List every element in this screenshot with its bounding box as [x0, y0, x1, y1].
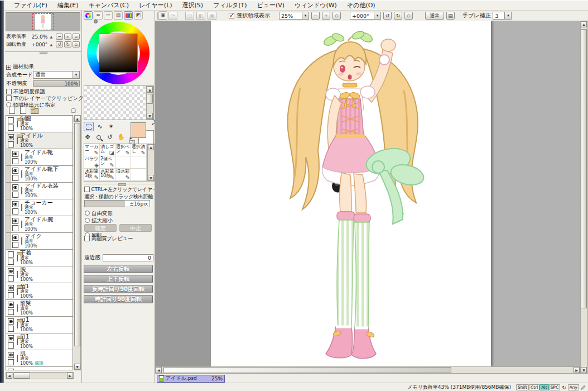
layer-select-box[interactable] [8, 125, 14, 131]
layer-select-box[interactable] [12, 242, 18, 248]
deselect-icon[interactable]: ▢ [185, 12, 194, 20]
brush-tool-選択ペン[interactable]: 選択ペン✎ [115, 144, 131, 156]
brush-tool-バケツ[interactable]: バケツ◈ [84, 156, 100, 169]
brush-tool-2値ペン[interactable]: 2値ペン✎ [100, 156, 115, 169]
saturation-value-square[interactable] [99, 34, 138, 73]
menu-item-ファイル(F)[interactable]: ファイル(F) [9, 0, 52, 11]
layer-row[interactable]: 下着通常100% [6, 250, 73, 266]
zoom-in-button[interactable]: ＋ [322, 12, 330, 20]
panel-menu-icon[interactable]: ▣ [158, 11, 167, 20]
layer-list-hscrollbar[interactable]: ◀ ▶ [6, 372, 74, 379]
layer-row[interactable]: 眉1通常100% [6, 283, 73, 300]
invert-selection-icon[interactable]: ◧ [196, 12, 205, 20]
tool-grid-vscrollbar[interactable]: ▲ ▼ [147, 144, 155, 182]
brush-tool-empty[interactable] [115, 156, 131, 169]
canvas-viewport[interactable] [155, 21, 580, 366]
nav-zoom-in-button[interactable]: ＋ [64, 34, 71, 40]
selection-display-checkbox[interactable] [229, 13, 234, 18]
layer-select-box[interactable] [8, 359, 14, 365]
menu-item-ウィンドウ(W)[interactable]: ウィンドウ(W) [290, 0, 341, 11]
canvas-document[interactable] [211, 21, 491, 366]
layer-select-box[interactable] [12, 208, 18, 214]
flip-vertical-button[interactable]: 上下反転 [84, 275, 153, 283]
zoom-reset-button[interactable]: ▫ [332, 12, 341, 20]
expand-icon[interactable]: + [6, 65, 11, 70]
rgb-slider-tab-icon[interactable]: ≡ [94, 11, 103, 20]
rotation-slider-marker[interactable]: ▲ [50, 42, 52, 46]
foreground-color-swatch[interactable] [131, 122, 146, 138]
rotate-cw-button[interactable]: ↻ [394, 12, 402, 20]
layer-visibility-toggle[interactable] [12, 184, 18, 190]
layer-row[interactable] [6, 367, 73, 370]
perspective-input[interactable]: 0 [103, 254, 154, 261]
layer-list-vscrollbar[interactable]: ▲ ▼ [74, 115, 81, 370]
nav-rotate-ccw-button[interactable]: ↺ [56, 41, 63, 47]
swatches-tab-icon[interactable] [124, 11, 133, 20]
menu-item-キャンバス(C)[interactable]: キャンバス(C) [84, 0, 134, 11]
brush-tool-消しゴム[interactable]: 消しゴム◪ [100, 144, 115, 156]
layer-row[interactable]: 制服通常100% [6, 116, 73, 132]
rotate-90-cw-button[interactable]: 時計回り90度回転 [84, 295, 153, 303]
brush-tool-旧水彩[interactable]: 旧水彩✎ [115, 169, 131, 181]
expand-selection-icon[interactable]: ▣ [208, 12, 216, 20]
color-mixer-tab-icon[interactable]: ▤ [114, 11, 123, 20]
layer-visibility-toggle[interactable] [8, 251, 14, 258]
zoom-slider-marker[interactable]: ▲ [50, 35, 52, 39]
zoom-out-button[interactable]: − [311, 12, 320, 20]
panel-divider[interactable] [84, 184, 160, 184]
magic-wand-tool[interactable]: ✶ [106, 122, 116, 131]
nav-rotate-cw-button[interactable]: ↻ [64, 41, 71, 47]
blend-mode-combo[interactable]: 通常▾ [33, 71, 80, 79]
layer-visibility-toggle[interactable] [12, 201, 18, 207]
menu-item-レイヤー(L)[interactable]: レイヤー(L) [134, 0, 177, 11]
brush-tool-empty[interactable] [131, 169, 147, 181]
layer-visibility-toggle[interactable] [8, 352, 14, 358]
hsv-slider-tab-icon[interactable]: ≔ [104, 11, 113, 20]
layer-select-box[interactable] [8, 292, 14, 298]
rotate-90-ccw-button[interactable]: 反時計回り90度回転 [84, 285, 153, 293]
hue-marker[interactable] [94, 20, 98, 23]
redo-icon[interactable]: ↷ [168, 12, 177, 20]
canvas-vscrollbar[interactable]: ▲ ▼ [580, 21, 588, 374]
normal-mode-button[interactable]: 通常 [425, 12, 444, 20]
layer-select-box[interactable] [8, 309, 14, 315]
layer-row[interactable]: 前髪通常100% [6, 300, 73, 317]
hq-preview-row[interactable]: 高画質プレビュー [84, 235, 133, 242]
color-wheel-tab-icon[interactable] [84, 11, 93, 20]
scratchpad-tab-icon[interactable]: ◩ [134, 11, 143, 20]
brush-tool-マーカー[interactable]: マーカー✎ [84, 144, 100, 156]
cancel-button[interactable]: 中止 [119, 224, 152, 232]
drag-detect-slider[interactable]: ±16pix [84, 200, 150, 207]
layer-visibility-toggle[interactable] [8, 335, 14, 341]
opacity-slider[interactable]: 100% [33, 80, 80, 87]
nav-zoom-out-button[interactable]: − [56, 34, 63, 40]
menu-item-フィルタ(T)[interactable]: フィルタ(T) [209, 0, 251, 11]
layer-visibility-toggle[interactable] [8, 117, 14, 123]
transform-radio-自由変形[interactable]: 自由変形 [85, 210, 113, 217]
new-layer-button[interactable] [7, 107, 17, 115]
new-pen-layer-button[interactable] [18, 107, 28, 115]
ctrl-click-row[interactable]: CTRL+左クリックでレイヤー選択 [84, 186, 167, 193]
menu-item-ビュー(V)[interactable]: ビュー(V) [252, 0, 289, 11]
layer-select-box[interactable] [12, 158, 18, 164]
menu-item-その他(O)[interactable]: その他(O) [343, 0, 380, 11]
layer-row[interactable]: アイドル靴通常100% [6, 149, 73, 166]
nav-rotate-reset-button[interactable]: ▫ [73, 41, 80, 47]
view-option-button[interactable]: ▤ [446, 12, 455, 20]
menu-item-選択(S)[interactable]: 選択(S) [178, 0, 208, 11]
layer-row[interactable]: アイドル通常100% [6, 132, 73, 149]
layer-visibility-toggle[interactable] [12, 218, 18, 224]
brush-tool-empty[interactable] [131, 156, 147, 169]
navigator-preview[interactable] [6, 12, 80, 31]
layer-visibility-toggle[interactable] [8, 285, 14, 291]
flip-horizontal-button[interactable]: 左右反転 [84, 265, 153, 273]
hand-tool[interactable]: ✋ [116, 132, 126, 142]
rotate-view-tool[interactable]: ↺ [105, 132, 115, 142]
layer-row[interactable]: 目1通常100% [6, 333, 73, 350]
layer-visibility-toggle[interactable] [8, 302, 14, 308]
radio-icon[interactable] [85, 211, 90, 216]
navigator-view-marquee[interactable] [32, 13, 54, 30]
layer-row[interactable]: 口1通常100% [6, 317, 73, 333]
layer-row[interactable]: チョーカー通常100% [6, 199, 73, 216]
layer-row[interactable]: アイドル衣装通常100% [6, 183, 73, 199]
